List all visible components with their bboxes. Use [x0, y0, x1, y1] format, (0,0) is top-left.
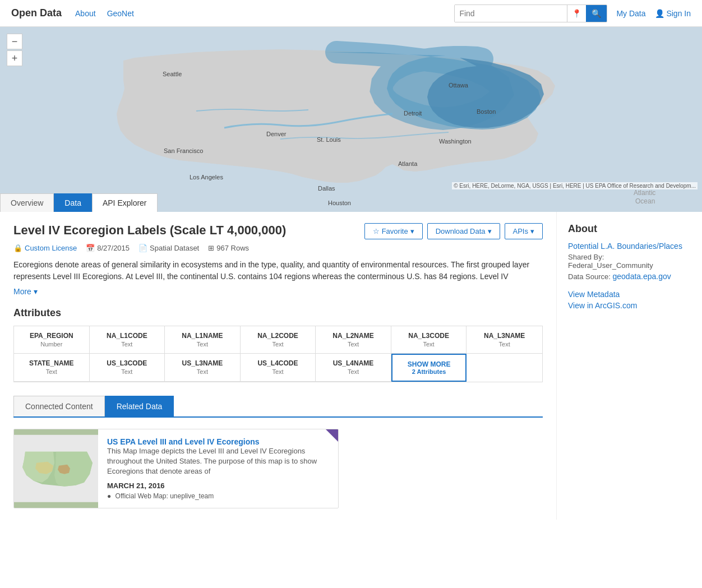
attribute-cell: NA_L1NAMEText: [165, 326, 241, 354]
svg-text:Washington: Washington: [439, 138, 472, 145]
favorite-button[interactable]: ☆ Favorite ▾: [364, 223, 423, 239]
license-link[interactable]: Custom License: [25, 244, 77, 252]
card-thumbnail: [14, 429, 98, 508]
attributes-grid: EPA_REGIONNumberNA_L1CODETextNA_L1NAMETe…: [13, 326, 543, 382]
type-meta: 📄 Spatial Dataset: [138, 244, 199, 252]
rows-meta: ⊞ 967 Rows: [208, 244, 249, 252]
attribute-cell: NA_L3CODEText: [391, 326, 467, 354]
attribute-cell: US_L3NAMEText: [165, 354, 241, 382]
bullet-icon: ●: [107, 492, 111, 500]
data-source-text: Data Source: geodata.epa.gov: [568, 272, 691, 281]
navbar: Open Data About GeoNet 📍 🔍 My Data 👤 Sig…: [0, 0, 702, 27]
calendar-icon: 📅: [86, 244, 95, 252]
svg-text:Ottawa: Ottawa: [449, 82, 469, 89]
card-tag-icon: [326, 429, 338, 442]
chevron-down-icon-2: ▾: [488, 227, 492, 235]
svg-text:Detroit: Detroit: [404, 110, 422, 117]
content-area: Level IV Ecoregion Labels (Scale LT 4,00…: [0, 212, 702, 520]
map-attribution: © Esri, HERE, DeLorme, NGA, USGS | Esri,…: [452, 182, 698, 189]
svg-text:San Francisco: San Francisco: [164, 147, 203, 154]
zoom-in-button[interactable]: +: [7, 50, 22, 66]
title-row: Level IV Ecoregion Labels (Scale LT 4,00…: [13, 223, 543, 239]
data-source-link[interactable]: geodata.epa.gov: [613, 272, 671, 281]
grid-icon: ⊞: [208, 244, 214, 252]
svg-text:Seattle: Seattle: [163, 71, 182, 77]
more-link[interactable]: More ▾: [13, 287, 38, 296]
sign-in-link[interactable]: 👤 Sign In: [655, 9, 691, 18]
tab-connected-content[interactable]: Connected Content: [13, 396, 105, 416]
svg-text:Ocean: Ocean: [635, 197, 655, 205]
action-buttons: ☆ Favorite ▾ Download Data ▾ APIs ▾: [364, 223, 543, 239]
location-icon-btn[interactable]: 📍: [567, 5, 586, 22]
sidebar-about-section: About Potential L.A. Boundaries/Places S…: [568, 223, 691, 281]
show-more-attributes-button[interactable]: SHOW MORE2 Attributes: [391, 354, 467, 382]
chevron-down-icon-3: ▾: [530, 227, 534, 235]
attribute-cell: NA_L2NAMEText: [316, 326, 391, 354]
card-title[interactable]: US EPA Level III and Level IV Ecoregions: [107, 437, 260, 446]
attribute-cell: NA_L2CODEText: [241, 326, 316, 354]
svg-text:Boston: Boston: [477, 108, 496, 115]
star-icon: ☆: [373, 227, 380, 235]
potential-boundaries-link[interactable]: Potential L.A. Boundaries/Places: [568, 242, 691, 251]
meta-row: 🔒 Custom License 📅 8/27/2015 📄 Spatial D…: [13, 244, 543, 252]
card-body: US EPA Level III and Level IV Ecoregions…: [98, 429, 338, 508]
apis-button[interactable]: APIs ▾: [505, 223, 543, 239]
date-meta: 📅 8/27/2015: [86, 244, 130, 252]
attribute-cell: NA_L3NAMEText: [467, 326, 542, 354]
shared-by-text: Shared By: Federal_User_Community: [568, 253, 691, 270]
map-controls: − +: [7, 34, 22, 66]
svg-text:Houston: Houston: [328, 200, 351, 206]
tab-data[interactable]: Data: [54, 193, 92, 212]
svg-text:Los Angeles: Los Angeles: [190, 174, 223, 180]
svg-text:Atlantic: Atlantic: [634, 189, 655, 197]
description-text: Ecoregions denote areas of general simil…: [13, 259, 543, 283]
chevron-down-icon: ▾: [410, 227, 414, 235]
sidebar-links-section: View Metadata View in ArcGIS.com: [568, 290, 691, 310]
search-submit-button[interactable]: 🔍: [586, 5, 607, 22]
svg-text:Denver: Denver: [266, 131, 287, 137]
attribute-cell: NA_L1CODEText: [90, 326, 165, 354]
bottom-tabs: Connected Content Related Data: [13, 396, 543, 418]
nav-about[interactable]: About: [75, 9, 96, 18]
download-data-button[interactable]: Download Data ▾: [427, 223, 500, 239]
sidebar: About Potential L.A. Boundaries/Places S…: [556, 212, 702, 520]
search-input[interactable]: [455, 5, 567, 22]
tab-overview[interactable]: Overview: [0, 193, 54, 212]
card-meta: ● Official Web Map: uneplive_team: [107, 492, 329, 500]
tab-related-data[interactable]: Related Data: [105, 396, 174, 416]
map-container: Seattle Ottawa Boston Detroit San Franci…: [0, 27, 702, 212]
svg-text:Atlanta: Atlanta: [398, 160, 418, 167]
attributes-title: Attributes: [13, 307, 543, 319]
attribute-cell: STATE_NAMEText: [14, 354, 90, 382]
attribute-cell: EPA_REGIONNumber: [14, 326, 90, 354]
related-data-card: US EPA Level III and Level IV Ecoregions…: [13, 429, 339, 508]
view-arcgis-link[interactable]: View in ArcGIS.com: [568, 301, 691, 310]
user-icon: 👤: [655, 9, 664, 18]
svg-text:St. Louis: St. Louis: [317, 136, 341, 143]
search-bar: 📍 🔍: [454, 4, 607, 22]
sidebar-about-title: About: [568, 223, 691, 235]
dataset-icon: 📄: [138, 244, 147, 252]
view-metadata-link[interactable]: View Metadata: [568, 290, 691, 299]
card-date: MARCH 21, 2016: [107, 481, 329, 490]
map-tabs: Overview Data API Explorer: [0, 193, 158, 212]
lock-icon: 🔒: [13, 244, 22, 252]
zoom-out-button[interactable]: −: [7, 34, 22, 49]
main-content: Level IV Ecoregion Labels (Scale LT 4,00…: [0, 212, 556, 520]
tab-api-explorer[interactable]: API Explorer: [92, 193, 158, 212]
navbar-right: My Data 👤 Sign In: [616, 9, 691, 18]
nav-geonet[interactable]: GeoNet: [107, 9, 134, 18]
my-data-link[interactable]: My Data: [616, 9, 645, 18]
license-meta: 🔒 Custom License: [13, 244, 77, 252]
brand-logo: Open Data: [11, 7, 62, 19]
card-description: This Map Image depicts the Level III and…: [107, 446, 329, 477]
attribute-cell: US_L3CODEText: [90, 354, 165, 382]
page-title: Level IV Ecoregion Labels (Scale LT 4,00…: [13, 223, 355, 238]
chevron-down-icon-4: ▾: [34, 287, 38, 296]
svg-text:Dallas: Dallas: [318, 185, 335, 192]
attribute-cell: US_L4CODEText: [241, 354, 316, 382]
attribute-cell: US_L4NAMEText: [316, 354, 391, 382]
